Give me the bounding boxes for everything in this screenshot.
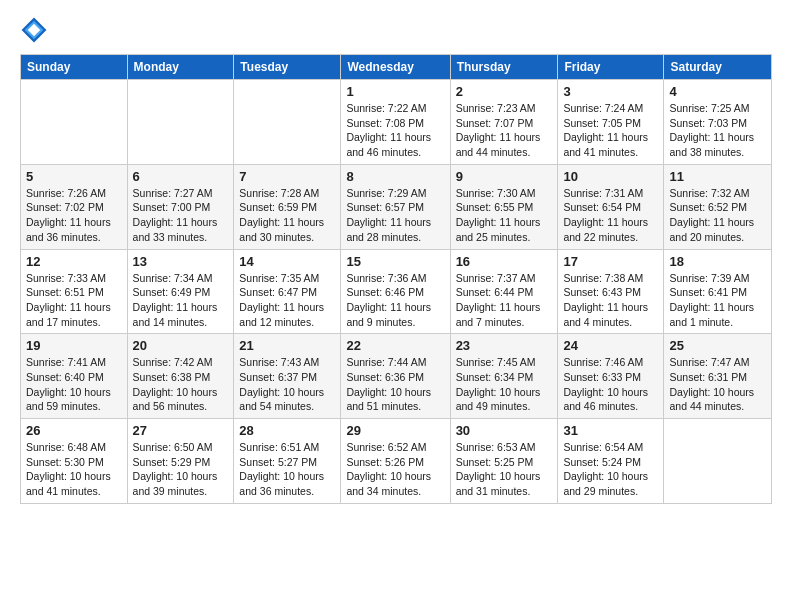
day-info: Sunrise: 7:46 AMSunset: 6:33 PMDaylight:…: [563, 355, 658, 414]
weekday-header-tuesday: Tuesday: [234, 55, 341, 80]
day-number: 4: [669, 84, 766, 99]
day-number: 3: [563, 84, 658, 99]
day-info: Sunrise: 6:48 AMSunset: 5:30 PMDaylight:…: [26, 440, 122, 499]
calendar-cell-2-6: 10Sunrise: 7:31 AMSunset: 6:54 PMDayligh…: [558, 164, 664, 249]
day-number: 23: [456, 338, 553, 353]
day-number: 19: [26, 338, 122, 353]
page: SundayMondayTuesdayWednesdayThursdayFrid…: [0, 0, 792, 520]
day-info: Sunrise: 7:29 AMSunset: 6:57 PMDaylight:…: [346, 186, 444, 245]
day-number: 13: [133, 254, 229, 269]
day-info: Sunrise: 7:26 AMSunset: 7:02 PMDaylight:…: [26, 186, 122, 245]
day-number: 18: [669, 254, 766, 269]
day-info: Sunrise: 6:54 AMSunset: 5:24 PMDaylight:…: [563, 440, 658, 499]
calendar-cell-1-4: 1Sunrise: 7:22 AMSunset: 7:08 PMDaylight…: [341, 80, 450, 165]
day-info: Sunrise: 7:35 AMSunset: 6:47 PMDaylight:…: [239, 271, 335, 330]
calendar-cell-2-4: 8Sunrise: 7:29 AMSunset: 6:57 PMDaylight…: [341, 164, 450, 249]
day-info: Sunrise: 7:27 AMSunset: 7:00 PMDaylight:…: [133, 186, 229, 245]
weekday-header-wednesday: Wednesday: [341, 55, 450, 80]
day-info: Sunrise: 7:22 AMSunset: 7:08 PMDaylight:…: [346, 101, 444, 160]
calendar-cell-3-4: 15Sunrise: 7:36 AMSunset: 6:46 PMDayligh…: [341, 249, 450, 334]
logo-icon: [20, 16, 48, 44]
calendar-cell-1-5: 2Sunrise: 7:23 AMSunset: 7:07 PMDaylight…: [450, 80, 558, 165]
day-info: Sunrise: 6:52 AMSunset: 5:26 PMDaylight:…: [346, 440, 444, 499]
calendar: SundayMondayTuesdayWednesdayThursdayFrid…: [20, 54, 772, 504]
day-number: 16: [456, 254, 553, 269]
calendar-cell-5-3: 28Sunrise: 6:51 AMSunset: 5:27 PMDayligh…: [234, 419, 341, 504]
day-number: 31: [563, 423, 658, 438]
calendar-row-4: 19Sunrise: 7:41 AMSunset: 6:40 PMDayligh…: [21, 334, 772, 419]
calendar-cell-1-2: [127, 80, 234, 165]
day-number: 9: [456, 169, 553, 184]
day-number: 30: [456, 423, 553, 438]
calendar-cell-1-6: 3Sunrise: 7:24 AMSunset: 7:05 PMDaylight…: [558, 80, 664, 165]
calendar-row-3: 12Sunrise: 7:33 AMSunset: 6:51 PMDayligh…: [21, 249, 772, 334]
day-number: 25: [669, 338, 766, 353]
day-number: 22: [346, 338, 444, 353]
day-number: 26: [26, 423, 122, 438]
calendar-cell-2-1: 5Sunrise: 7:26 AMSunset: 7:02 PMDaylight…: [21, 164, 128, 249]
calendar-cell-3-2: 13Sunrise: 7:34 AMSunset: 6:49 PMDayligh…: [127, 249, 234, 334]
calendar-cell-3-1: 12Sunrise: 7:33 AMSunset: 6:51 PMDayligh…: [21, 249, 128, 334]
day-info: Sunrise: 7:36 AMSunset: 6:46 PMDaylight:…: [346, 271, 444, 330]
day-info: Sunrise: 7:45 AMSunset: 6:34 PMDaylight:…: [456, 355, 553, 414]
day-info: Sunrise: 7:37 AMSunset: 6:44 PMDaylight:…: [456, 271, 553, 330]
calendar-cell-4-5: 23Sunrise: 7:45 AMSunset: 6:34 PMDayligh…: [450, 334, 558, 419]
day-info: Sunrise: 7:38 AMSunset: 6:43 PMDaylight:…: [563, 271, 658, 330]
day-number: 14: [239, 254, 335, 269]
calendar-cell-5-1: 26Sunrise: 6:48 AMSunset: 5:30 PMDayligh…: [21, 419, 128, 504]
calendar-cell-2-5: 9Sunrise: 7:30 AMSunset: 6:55 PMDaylight…: [450, 164, 558, 249]
calendar-cell-5-7: [664, 419, 772, 504]
day-info: Sunrise: 7:30 AMSunset: 6:55 PMDaylight:…: [456, 186, 553, 245]
header: [20, 16, 772, 44]
day-info: Sunrise: 7:41 AMSunset: 6:40 PMDaylight:…: [26, 355, 122, 414]
calendar-cell-4-3: 21Sunrise: 7:43 AMSunset: 6:37 PMDayligh…: [234, 334, 341, 419]
day-number: 27: [133, 423, 229, 438]
calendar-cell-3-5: 16Sunrise: 7:37 AMSunset: 6:44 PMDayligh…: [450, 249, 558, 334]
day-info: Sunrise: 6:51 AMSunset: 5:27 PMDaylight:…: [239, 440, 335, 499]
calendar-cell-5-4: 29Sunrise: 6:52 AMSunset: 5:26 PMDayligh…: [341, 419, 450, 504]
day-number: 24: [563, 338, 658, 353]
calendar-cell-5-5: 30Sunrise: 6:53 AMSunset: 5:25 PMDayligh…: [450, 419, 558, 504]
day-number: 2: [456, 84, 553, 99]
day-info: Sunrise: 6:53 AMSunset: 5:25 PMDaylight:…: [456, 440, 553, 499]
calendar-cell-3-6: 17Sunrise: 7:38 AMSunset: 6:43 PMDayligh…: [558, 249, 664, 334]
calendar-row-1: 1Sunrise: 7:22 AMSunset: 7:08 PMDaylight…: [21, 80, 772, 165]
day-info: Sunrise: 7:34 AMSunset: 6:49 PMDaylight:…: [133, 271, 229, 330]
day-info: Sunrise: 7:32 AMSunset: 6:52 PMDaylight:…: [669, 186, 766, 245]
calendar-cell-2-2: 6Sunrise: 7:27 AMSunset: 7:00 PMDaylight…: [127, 164, 234, 249]
calendar-cell-2-7: 11Sunrise: 7:32 AMSunset: 6:52 PMDayligh…: [664, 164, 772, 249]
day-number: 5: [26, 169, 122, 184]
day-number: 12: [26, 254, 122, 269]
day-info: Sunrise: 7:31 AMSunset: 6:54 PMDaylight:…: [563, 186, 658, 245]
day-info: Sunrise: 7:23 AMSunset: 7:07 PMDaylight:…: [456, 101, 553, 160]
day-number: 10: [563, 169, 658, 184]
weekday-header-friday: Friday: [558, 55, 664, 80]
day-info: Sunrise: 7:42 AMSunset: 6:38 PMDaylight:…: [133, 355, 229, 414]
calendar-cell-2-3: 7Sunrise: 7:28 AMSunset: 6:59 PMDaylight…: [234, 164, 341, 249]
day-number: 20: [133, 338, 229, 353]
day-number: 17: [563, 254, 658, 269]
calendar-cell-5-6: 31Sunrise: 6:54 AMSunset: 5:24 PMDayligh…: [558, 419, 664, 504]
day-info: Sunrise: 7:25 AMSunset: 7:03 PMDaylight:…: [669, 101, 766, 160]
weekday-header-sunday: Sunday: [21, 55, 128, 80]
calendar-cell-4-2: 20Sunrise: 7:42 AMSunset: 6:38 PMDayligh…: [127, 334, 234, 419]
calendar-cell-4-7: 25Sunrise: 7:47 AMSunset: 6:31 PMDayligh…: [664, 334, 772, 419]
day-number: 7: [239, 169, 335, 184]
day-number: 21: [239, 338, 335, 353]
day-number: 8: [346, 169, 444, 184]
calendar-row-5: 26Sunrise: 6:48 AMSunset: 5:30 PMDayligh…: [21, 419, 772, 504]
calendar-cell-4-4: 22Sunrise: 7:44 AMSunset: 6:36 PMDayligh…: [341, 334, 450, 419]
day-number: 6: [133, 169, 229, 184]
day-info: Sunrise: 7:44 AMSunset: 6:36 PMDaylight:…: [346, 355, 444, 414]
day-info: Sunrise: 7:43 AMSunset: 6:37 PMDaylight:…: [239, 355, 335, 414]
calendar-cell-4-6: 24Sunrise: 7:46 AMSunset: 6:33 PMDayligh…: [558, 334, 664, 419]
day-number: 1: [346, 84, 444, 99]
day-number: 15: [346, 254, 444, 269]
weekday-header-monday: Monday: [127, 55, 234, 80]
calendar-cell-3-3: 14Sunrise: 7:35 AMSunset: 6:47 PMDayligh…: [234, 249, 341, 334]
logo: [20, 16, 52, 44]
calendar-cell-1-7: 4Sunrise: 7:25 AMSunset: 7:03 PMDaylight…: [664, 80, 772, 165]
weekday-header-row: SundayMondayTuesdayWednesdayThursdayFrid…: [21, 55, 772, 80]
calendar-cell-1-1: [21, 80, 128, 165]
day-number: 29: [346, 423, 444, 438]
